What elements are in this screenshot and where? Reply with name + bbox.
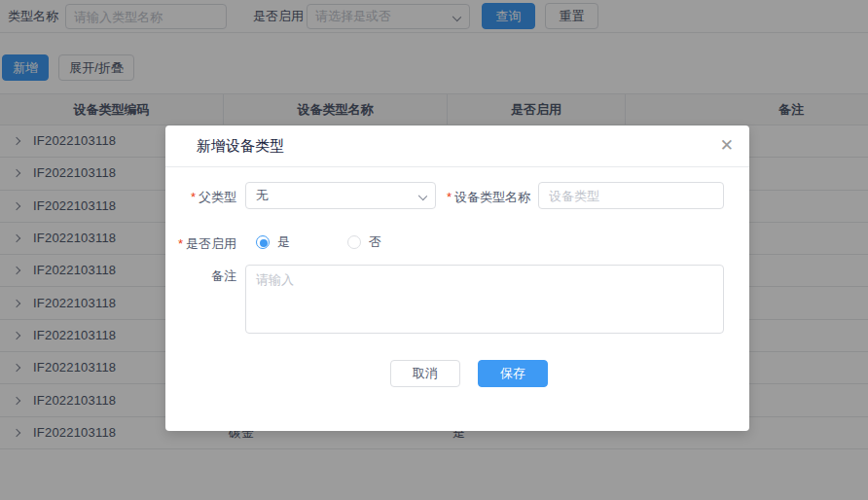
enabled-label: *是否启用	[165, 235, 236, 253]
required-mark: *	[447, 190, 452, 204]
cancel-button[interactable]: 取消	[390, 360, 460, 387]
radio-yes-label: 是	[277, 233, 290, 251]
parent-type-label: *父类型	[165, 189, 236, 206]
parent-type-select[interactable]: 无	[245, 182, 436, 209]
chevron-down-icon	[418, 192, 427, 200]
modal-title: 新增设备类型	[197, 137, 284, 156]
radio-yes[interactable]: 是	[256, 233, 290, 251]
required-mark: *	[178, 236, 183, 251]
modal-header: 新增设备类型 ✕	[165, 125, 749, 167]
radio-no-label: 否	[369, 233, 381, 251]
device-type-name-label: *设备类型名称	[436, 189, 530, 206]
device-type-page: 类型名称 是否启用 请选择是或否 查询 重置 新增 展开/折叠 设备类型编码 设…	[0, 0, 868, 500]
device-type-name-input[interactable]	[538, 182, 724, 209]
remark-textarea[interactable]	[245, 265, 724, 334]
save-button[interactable]: 保存	[478, 360, 548, 387]
radio-selected-icon	[256, 235, 270, 249]
add-device-type-modal: 新增设备类型 ✕ *父类型 无 *设备类型名称 *是否启用 是 否 备注 取消 …	[165, 125, 749, 431]
remark-label: 备注	[165, 268, 236, 285]
radio-unselected-icon	[347, 235, 361, 249]
required-mark: *	[191, 190, 196, 204]
parent-type-select-value: 无	[256, 188, 269, 202]
close-icon[interactable]: ✕	[720, 135, 734, 157]
radio-no[interactable]: 否	[347, 233, 381, 251]
